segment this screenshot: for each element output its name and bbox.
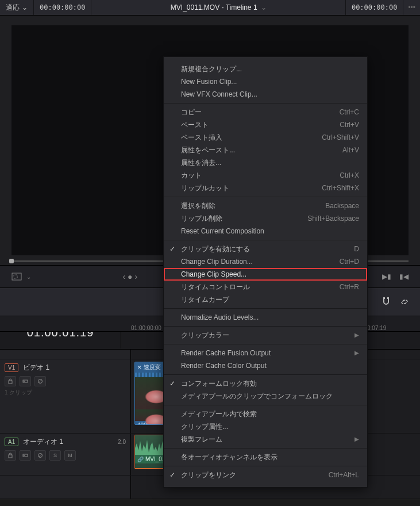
menu-item-label: 各オーディオチャンネルを表示 bbox=[181, 453, 278, 462]
menu-item-label: クリップカラー bbox=[181, 331, 229, 340]
chevron-down-icon[interactable]: ⌄ bbox=[26, 274, 31, 280]
disable-track-button[interactable] bbox=[34, 376, 46, 386]
menu-item[interactable]: Normalize Audio Levels... bbox=[164, 311, 367, 324]
menu-item[interactable]: Render Cache Fusion Output▶ bbox=[164, 347, 367, 359]
menu-item[interactable]: クリップを有効にするD bbox=[164, 243, 367, 255]
timecode-right[interactable]: 00:00:00:00 bbox=[345, 0, 403, 15]
track-subtitle: 1 クリップ bbox=[5, 389, 126, 397]
menu-shortcut: Ctrl+Shift+X bbox=[322, 183, 359, 193]
menu-item[interactable]: 属性を消去... bbox=[164, 156, 367, 169]
menu-item[interactable]: リタイムコントロールCtrl+R bbox=[164, 281, 367, 293]
track-tag[interactable]: A1 bbox=[5, 438, 18, 446]
menu-item[interactable]: リップル削除Shift+Backspace bbox=[164, 212, 367, 225]
menu-item-label: Change Clip Speed... bbox=[181, 270, 246, 279]
svg-rect-1 bbox=[14, 275, 17, 278]
menu-item-label: カット bbox=[181, 171, 202, 180]
menu-item-label: 新規複合クリップ... bbox=[181, 64, 242, 74]
track-name[interactable]: オーディオ 1 bbox=[23, 437, 63, 447]
viewer-title[interactable]: MVI_0011.MOV - Timeline 1⌄ bbox=[91, 3, 345, 12]
svg-point-6 bbox=[24, 381, 25, 382]
menu-item[interactable]: ペーストCtrl+V bbox=[164, 118, 367, 131]
menu-item[interactable]: Render Cache Color Output bbox=[164, 359, 367, 372]
menu-item[interactable]: コピーCtrl+C bbox=[164, 106, 367, 118]
menu-item[interactable]: 選択を削除Backspace bbox=[164, 200, 367, 212]
auto-select-button[interactable] bbox=[20, 450, 31, 461]
close-icon[interactable]: ✕ bbox=[137, 365, 142, 370]
menu-item[interactable]: ペースト挿入Ctrl+Shift+V bbox=[164, 131, 367, 144]
menu-item[interactable]: クリップをリンクCtrl+Alt+L bbox=[164, 469, 367, 481]
menu-shortcut: Ctrl+V bbox=[340, 120, 359, 129]
menu-item-label: Reset Current Composition bbox=[181, 227, 264, 236]
menu-item[interactable]: Reset Current Composition bbox=[164, 225, 367, 237]
menu-item[interactable]: New Fusion Clip... bbox=[164, 75, 367, 88]
menu-shortcut: Backspace bbox=[325, 201, 359, 210]
menu-item-label: Change Clip Duration... bbox=[181, 257, 253, 266]
auto-select-button[interactable] bbox=[20, 376, 31, 386]
menu-item[interactable]: 新規複合クリップ... bbox=[164, 63, 367, 75]
menu-item-label: New VFX Connect Clip... bbox=[181, 90, 257, 99]
disable-track-button[interactable] bbox=[34, 450, 46, 461]
magnet-icon[interactable] bbox=[380, 296, 392, 308]
menu-item-label: クリップをリンク bbox=[181, 470, 236, 480]
menu-shortcut: Ctrl+Shift+V bbox=[322, 133, 359, 142]
menu-item-label: メディアプールのクリップでコンフォームロック bbox=[181, 392, 333, 401]
menu-shortcut: Ctrl+R bbox=[340, 282, 359, 292]
svg-point-11 bbox=[24, 455, 25, 456]
menu-shortcut: Ctrl+C bbox=[340, 108, 359, 117]
menu-item-label: 属性をペースト... bbox=[181, 145, 235, 155]
svg-rect-2 bbox=[383, 297, 385, 299]
submenu-arrow-icon: ▶ bbox=[355, 331, 359, 340]
menu-item-label: リタイムカーブ bbox=[181, 295, 229, 304]
menu-item-label: クリップ属性... bbox=[181, 422, 228, 431]
menu-shortcut: Ctrl+Alt+L bbox=[329, 470, 359, 480]
viewer-options-button[interactable]: ••• bbox=[403, 3, 420, 12]
svg-rect-3 bbox=[387, 297, 389, 299]
menu-item-label: リタイムコントロール bbox=[181, 282, 250, 292]
next-edit-button[interactable]: ▶▮ bbox=[382, 273, 391, 281]
menu-item[interactable]: 各オーディオチャンネルを表示 bbox=[164, 451, 367, 463]
svg-rect-9 bbox=[9, 455, 12, 458]
menu-item[interactable]: New VFX Connect Clip... bbox=[164, 88, 367, 101]
menu-item[interactable]: コンフォームロック有効 bbox=[164, 377, 367, 390]
prev-clip-nav[interactable]: ‹ ● › bbox=[122, 272, 137, 281]
scrub-knob[interactable] bbox=[9, 259, 14, 263]
lock-track-button[interactable] bbox=[5, 450, 16, 461]
solo-button[interactable]: S bbox=[49, 450, 61, 461]
menu-item[interactable]: メディアプール内で検索 bbox=[164, 408, 367, 420]
menu-item-label: コピー bbox=[181, 108, 202, 117]
track-name[interactable]: ビデオ 1 bbox=[23, 363, 49, 373]
menu-item[interactable]: リップルカットCtrl+Shift+X bbox=[164, 182, 367, 194]
menu-item-label: Render Cache Fusion Output bbox=[181, 348, 271, 358]
menu-item[interactable]: Change Clip Duration...Ctrl+D bbox=[164, 255, 367, 268]
menu-item[interactable]: 属性をペースト...Alt+V bbox=[164, 144, 367, 156]
menu-item[interactable]: メディアプールのクリップでコンフォームロック bbox=[164, 390, 367, 402]
menu-item[interactable]: 複製フレーム▶ bbox=[164, 433, 367, 446]
clip-context-menu: 新規複合クリップ...New Fusion Clip...New VFX Con… bbox=[163, 56, 368, 488]
menu-item[interactable]: リタイムカーブ bbox=[164, 293, 367, 306]
submenu-arrow-icon: ▶ bbox=[355, 348, 359, 358]
menu-item-label: Normalize Audio Levels... bbox=[181, 313, 259, 322]
track-tag[interactable]: V1 bbox=[5, 363, 18, 372]
menu-item-label: クリップを有効にする bbox=[181, 244, 250, 254]
menu-item-label: リップルカット bbox=[181, 183, 229, 193]
safe-area-button[interactable] bbox=[11, 273, 22, 281]
track-header-video[interactable]: V1 ビデオ 1 1 クリップ bbox=[0, 359, 131, 433]
menu-item-label: Render Cache Color Output bbox=[181, 361, 267, 370]
mute-button[interactable]: M bbox=[64, 450, 76, 461]
menu-item[interactable]: Change Clip Speed... bbox=[164, 268, 367, 281]
menu-item[interactable]: クリップカラー▶ bbox=[164, 329, 367, 342]
lock-track-button[interactable] bbox=[5, 376, 16, 386]
link-icon[interactable] bbox=[398, 296, 411, 308]
fit-dropdown[interactable]: 適応⌄ bbox=[0, 0, 34, 15]
menu-shortcut: Ctrl+X bbox=[340, 171, 359, 180]
menu-item[interactable]: カットCtrl+X bbox=[164, 169, 367, 182]
viewer-topbar: 適応⌄ 00:00:00:00 MVI_0011.MOV - Timeline … bbox=[0, 0, 420, 16]
menu-item-label: リップル削除 bbox=[181, 214, 222, 223]
menu-item-label: コンフォームロック有効 bbox=[181, 379, 257, 388]
timecode-left[interactable]: 00:00:00:00 bbox=[34, 0, 91, 15]
prev-edit-button[interactable]: ▮◀ bbox=[399, 273, 409, 281]
track-header-audio[interactable]: A1 オーディオ 1 2.0 S M bbox=[0, 434, 131, 475]
menu-item[interactable]: クリップ属性... bbox=[164, 420, 367, 433]
menu-shortcut: Alt+V bbox=[342, 145, 359, 155]
chevron-down-icon: ⌄ bbox=[261, 3, 267, 12]
